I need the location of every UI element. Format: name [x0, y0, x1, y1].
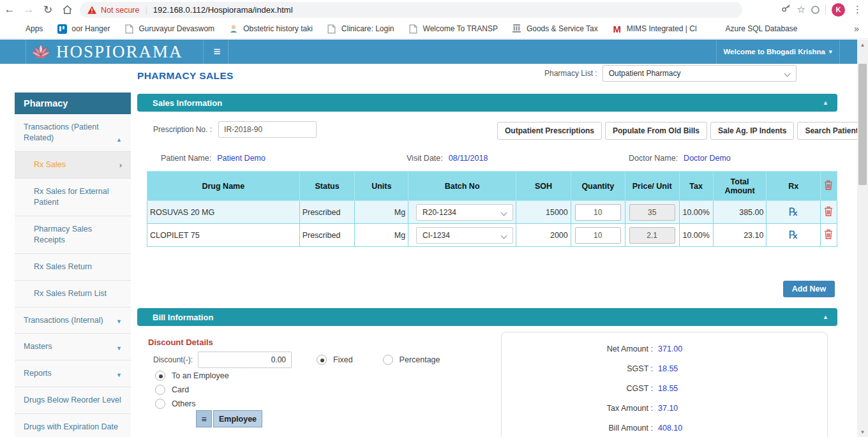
sidebar-item-label: Rx Sales Return List	[34, 288, 122, 299]
sidebar-item-label: Transactions (Patient Related)	[24, 122, 112, 144]
sidebar-item-rx-sales-return[interactable]: Rx Sales Return	[15, 254, 131, 281]
user-menu[interactable]: Welcome to Bhogadi Krishna ▾	[716, 40, 839, 64]
price-input[interactable]	[629, 227, 675, 244]
add-new-button[interactable]: Add New	[783, 281, 835, 297]
profile-avatar[interactable]: K	[832, 3, 845, 17]
rx-cell: ℞	[767, 201, 821, 224]
bookmark-guruvayur[interactable]: Guruvayur Devaswom	[118, 22, 220, 36]
pharmacy-list-select[interactable]: Outpatient Pharmacy	[602, 65, 797, 82]
sidebar-item-drugs-expiration[interactable]: Drugs with Expiration Date	[15, 414, 131, 437]
sidebar-item-rx-sales-return-list[interactable]: Rx Sales Return List	[15, 281, 131, 307]
security-status[interactable]: Not secure	[101, 6, 139, 15]
collapse-icon[interactable]: ▲	[823, 314, 828, 320]
sidebar-item-rx-sales[interactable]: Rx Sales ›	[15, 152, 131, 179]
chevron-down-icon: ▼	[116, 371, 122, 379]
back-icon[interactable]: ←	[0, 1, 19, 18]
batch-select[interactable]: CI-1234	[416, 227, 513, 244]
collapse-icon[interactable]: ▲	[823, 100, 828, 106]
search-patient-button[interactable]: Search Patient	[797, 122, 865, 140]
sidebar-item-label: Masters	[24, 341, 112, 352]
bookmark-gst[interactable]: Goods & Service Tax	[506, 22, 604, 36]
populate-from-old-bills-button[interactable]: Populate From Old Bills	[605, 122, 707, 140]
key-icon[interactable]	[781, 3, 791, 16]
to-an-employee-radio[interactable]	[155, 371, 165, 381]
browser-menu-icon[interactable]: ⋮	[851, 4, 864, 15]
sidebar-item-transactions-internal[interactable]: Transactions (Internal) ▼	[15, 307, 131, 334]
scrollbar-thumb[interactable]	[858, 64, 867, 185]
sale-ag-ip-indents-button[interactable]: Sale Ag. IP Indents	[710, 122, 794, 140]
percentage-radio[interactable]	[383, 355, 393, 365]
fixed-radio[interactable]	[317, 355, 327, 365]
tax-amount-row: Tax Amount : 37.10	[502, 398, 827, 418]
browser-toolbar: ← → ↻ Not secure | 192.168.0.112/Hospior…	[0, 0, 868, 19]
soh-cell: 15000	[516, 201, 571, 224]
batch-select[interactable]: R20-1234	[416, 204, 513, 221]
bookmark-apps[interactable]: Apps	[5, 22, 49, 35]
bookmark-mims[interactable]: M MIMS Integrated | Cl	[606, 22, 703, 36]
bookmark-azure[interactable]: Azure SQL Database	[705, 22, 804, 35]
browser-actions: ☆ K ⋮	[781, 0, 864, 19]
status-cell: Prescribed	[299, 201, 355, 224]
page-url[interactable]: 192.168.0.112/Hospiorama/index.html	[153, 5, 293, 15]
patient-name-value[interactable]: Patient Demo	[217, 154, 266, 163]
quantity-input[interactable]	[575, 204, 621, 221]
trash-icon[interactable]	[824, 180, 833, 190]
rx-icon[interactable]: ℞	[789, 206, 798, 218]
employee-menu-icon[interactable]: ≡	[196, 410, 212, 427]
page-scrollbar[interactable]: ▲ ▼	[857, 40, 868, 437]
doctor-name-value[interactable]: Doctor Demo	[684, 154, 731, 163]
price-input[interactable]	[629, 204, 675, 221]
prescription-input[interactable]	[218, 121, 317, 138]
card-radio-pair: Card	[155, 385, 189, 395]
extension-icon[interactable]	[811, 6, 819, 14]
sidebar-item-masters[interactable]: Masters ▼	[15, 334, 131, 360]
discount-input[interactable]	[198, 352, 292, 368]
address-bar[interactable]: Not secure | 192.168.0.112/Hospiorama/in…	[80, 2, 742, 18]
trash-icon[interactable]	[824, 229, 833, 239]
menu-toggle-icon[interactable]: ≡	[207, 40, 227, 64]
others-radio[interactable]	[155, 399, 165, 409]
bookmarks-overflow-icon[interactable]: »	[854, 24, 859, 34]
scroll-up-icon[interactable]: ▲	[857, 40, 868, 50]
bookmark-label: Azure SQL Database	[726, 24, 798, 33]
quantity-input[interactable]	[575, 227, 621, 244]
employee-button[interactable]: Employee	[213, 410, 262, 427]
sidebar-item-label: Drugs Below Reorder Level	[24, 395, 122, 406]
price-cell	[625, 201, 679, 224]
sales-table: Drug Name Status Units Batch No SOH Quan…	[147, 171, 837, 247]
sidebar-item-reports[interactable]: Reports ▼	[15, 360, 131, 387]
bookmark-welcome-transp[interactable]: Welcome To TRANSP	[403, 22, 504, 36]
brand-logo[interactable]: HOSPIORAMA	[31, 40, 183, 64]
sidebar-item-transactions-patient[interactable]: Transactions (Patient Related) ▲	[15, 114, 131, 152]
card-radio[interactable]	[155, 385, 165, 395]
sidebar-item-pharmacy-sales-receipts[interactable]: Pharmacy Sales Receipts	[15, 216, 131, 254]
visit-date-label: Visit Date:	[407, 154, 443, 163]
scroll-down-icon[interactable]: ▼	[857, 427, 868, 437]
fixed-radio-label: Fixed	[333, 355, 353, 364]
sgst-row: SGST : 18.55	[502, 359, 827, 378]
forward-icon[interactable]: →	[19, 1, 38, 18]
mims-icon: M	[612, 24, 622, 34]
trash-icon[interactable]	[824, 206, 833, 216]
sales-information-title: Sales Information	[153, 98, 222, 108]
outpatient-prescriptions-button[interactable]: Outpatient Prescriptions	[497, 122, 602, 140]
sidebar-title: Pharmacy	[15, 93, 131, 114]
home-icon[interactable]	[57, 1, 77, 18]
sidebar-item-label: Rx Sales Return	[34, 262, 122, 272]
total-amount-cell: 23.10	[713, 224, 767, 247]
welcome-text: Welcome to Bhogadi Krishna	[723, 48, 825, 56]
sidebar-item-label: Rx Sales	[34, 159, 119, 170]
bookmark-door-hanger[interactable]: oor Hanger	[51, 22, 116, 36]
header-separator	[228, 40, 228, 64]
reload-icon[interactable]: ↻	[38, 1, 57, 18]
chevron-right-icon: ›	[119, 159, 122, 171]
bookmark-obstetric[interactable]: Obstetric history taki	[223, 22, 318, 36]
rx-icon[interactable]: ℞	[789, 229, 798, 241]
sidebar-item-drugs-below-reorder[interactable]: Drugs Below Reorder Level	[15, 387, 131, 414]
status-cell: Prescribed	[299, 224, 355, 247]
bookmark-clinicare[interactable]: Clinicare: Login	[321, 22, 400, 36]
sidebar-item-rx-sales-external[interactable]: Rx Sales for External Patient	[15, 179, 131, 216]
bookmark-star-icon[interactable]: ☆	[797, 4, 805, 15]
rx-cell: ℞	[767, 224, 821, 247]
batch-cell: CI-1234	[408, 224, 516, 247]
